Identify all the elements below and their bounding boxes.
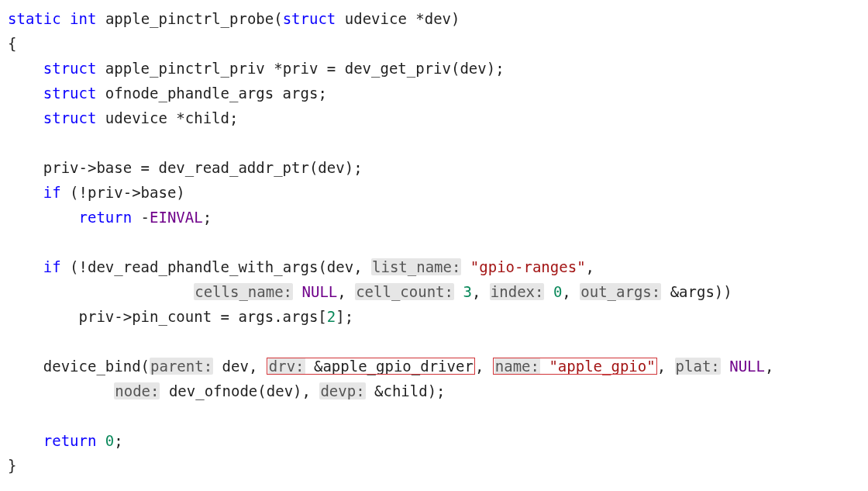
arg-cells-name: NULL bbox=[302, 283, 338, 300]
hint-index: index: bbox=[490, 283, 545, 300]
hint-cell-count: cell_count: bbox=[355, 283, 454, 300]
ret1-rest: - bbox=[132, 209, 150, 226]
db-open: device_bind( bbox=[43, 358, 150, 375]
pin-line-a: priv->pin_count = args.args[ bbox=[79, 308, 327, 325]
hint-cells-name: cells_name: bbox=[194, 283, 293, 300]
arg-out-args: &args)) bbox=[661, 283, 732, 300]
brace-close: } bbox=[8, 457, 16, 474]
pin-line-b: ]; bbox=[336, 308, 353, 325]
db-sep3: , bbox=[765, 358, 773, 375]
sep3: , bbox=[562, 283, 580, 300]
arg-devp: &child); bbox=[366, 382, 446, 399]
kw-if-1: if bbox=[43, 184, 61, 201]
ret2-sp bbox=[96, 432, 105, 449]
arg-plat: NULL bbox=[729, 358, 765, 375]
arg-list-name: "gpio-ranges" bbox=[461, 258, 585, 275]
kw-if-2: if bbox=[43, 258, 61, 275]
arg-node: dev_ofnode(dev), bbox=[160, 382, 319, 399]
db-sep1: , bbox=[475, 358, 493, 375]
kw-int: int bbox=[70, 10, 96, 27]
const-einval: EINVAL bbox=[150, 209, 203, 226]
arg-parent: dev, bbox=[213, 358, 267, 375]
sep2: , bbox=[472, 283, 490, 300]
kw-struct-2: struct bbox=[43, 85, 97, 102]
ret2-semi: ; bbox=[114, 432, 122, 449]
box-drv: drv: &apple_gpio_driver bbox=[267, 358, 475, 375]
param-rest: udevice *dev bbox=[345, 10, 451, 27]
sep1: , bbox=[337, 283, 355, 300]
arg-name: "apple_gpio" bbox=[540, 358, 656, 375]
ret2-val: 0 bbox=[105, 432, 114, 449]
if2-cont1: , bbox=[586, 258, 594, 275]
box-name: name: "apple_gpio" bbox=[493, 358, 657, 375]
decl-1-rest: *priv = dev_get_priv(dev); bbox=[265, 60, 505, 77]
line-signature: static int apple_pinctrl_probe(struct ud… bbox=[8, 10, 460, 27]
sp-cc bbox=[454, 283, 463, 300]
ret1-semi: ; bbox=[203, 209, 212, 226]
kw-struct-3: struct bbox=[43, 109, 97, 126]
arg-cell-count: 3 bbox=[463, 283, 471, 300]
hint-devp: devp: bbox=[319, 382, 365, 399]
code-block: static int apple_pinctrl_probe(struct ud… bbox=[0, 0, 868, 484]
func-name: apple_pinctrl_probe bbox=[105, 10, 274, 27]
sp-idx bbox=[544, 283, 553, 300]
db-sep2: , bbox=[657, 358, 675, 375]
arg-drv: &apple_gpio_driver bbox=[305, 358, 474, 375]
body-1: priv->base = dev_read_addr_ptr(dev); bbox=[43, 159, 363, 176]
if2-open: (!dev_read_phandle_with_args(dev, bbox=[61, 258, 371, 275]
hint-parent: parent: bbox=[150, 358, 213, 375]
hint-plat: plat: bbox=[675, 358, 721, 375]
if1-cond: (!priv->base) bbox=[61, 184, 185, 201]
pin-idx: 2 bbox=[327, 308, 336, 325]
kw-return-2: return bbox=[43, 432, 97, 449]
kw-struct-1: struct bbox=[43, 60, 97, 77]
arg-index: 0 bbox=[553, 283, 562, 300]
type-1: apple_pinctrl_priv bbox=[105, 60, 265, 77]
decl-2-rest: ofnode_phandle_args args; bbox=[96, 85, 326, 102]
sp-plat bbox=[721, 358, 729, 375]
brace-open: { bbox=[8, 35, 16, 52]
hint-node: node: bbox=[114, 382, 160, 399]
sp-cn bbox=[293, 283, 301, 300]
decl-3-rest: udevice *child; bbox=[96, 109, 238, 126]
hint-out-args: out_args: bbox=[580, 283, 661, 300]
kw-return-1: return bbox=[79, 209, 133, 226]
hint-list-name: list_name: bbox=[371, 258, 461, 275]
hint-name: name: bbox=[494, 358, 540, 375]
kw-struct-param: struct bbox=[283, 10, 336, 27]
kw-static: static bbox=[8, 10, 61, 27]
hint-drv: drv: bbox=[268, 358, 305, 375]
